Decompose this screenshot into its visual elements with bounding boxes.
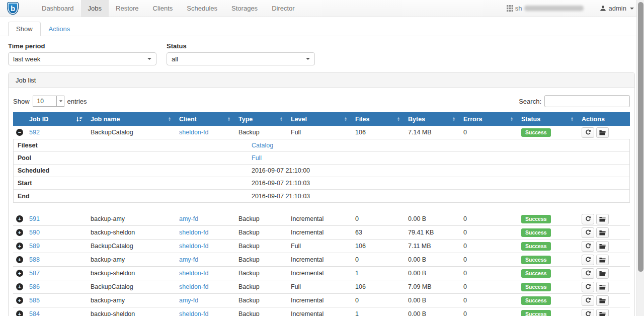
search-label: Search: (519, 98, 541, 105)
restore-job-button[interactable] (596, 255, 609, 265)
navbar-item-director[interactable]: Director (265, 0, 302, 17)
rerun-job-button[interactable] (582, 227, 594, 238)
client-link[interactable]: amy-fd (179, 215, 198, 222)
client-link[interactable]: sheldon-fd (179, 243, 208, 250)
column-header-type[interactable]: Type▲▼ (234, 112, 287, 126)
navbar-item-storages[interactable]: Storages (224, 0, 265, 17)
column-header-status[interactable]: Status▲▼ (517, 112, 578, 126)
restore-job-button[interactable] (596, 214, 609, 224)
rerun-job-button[interactable] (582, 295, 594, 306)
brand[interactable]: b (0, 0, 26, 17)
restore-job-button[interactable] (596, 268, 609, 279)
errors-cell: 0 (459, 229, 517, 236)
scrollbar-thumb[interactable] (638, 2, 643, 272)
rerun-job-button[interactable] (582, 255, 594, 265)
detail-label: End (14, 193, 248, 200)
search-input[interactable] (544, 95, 630, 107)
navbar-item-clients[interactable]: Clients (146, 0, 180, 17)
sort-icon: ▲▼ (449, 117, 455, 122)
column-header[interactable] (13, 112, 25, 126)
expand-toggle-button[interactable]: + (16, 297, 23, 304)
bytes-cell: 79.41 KB (404, 229, 459, 236)
sort-icon: ▲▼ (224, 117, 230, 122)
rerun-job-button[interactable] (582, 241, 594, 252)
actions-cell (578, 227, 630, 238)
user-icon (600, 5, 606, 12)
column-header-actions[interactable]: Actions (578, 112, 630, 126)
restore-job-button[interactable] (596, 295, 609, 306)
pool-link[interactable]: Full (252, 154, 262, 162)
expand-toggle-button[interactable]: + (16, 283, 23, 290)
column-header-errors[interactable]: Errors▲▼ (459, 112, 517, 126)
rerun-job-button[interactable] (582, 127, 594, 138)
entries-per-page-select[interactable]: 10 (33, 96, 64, 107)
job-id-link[interactable]: 590 (29, 229, 40, 236)
column-header-job-name[interactable]: Job name▲▼ (87, 112, 175, 126)
navbar-item-jobs[interactable]: Jobs (81, 0, 109, 17)
bareos-logo-icon: b (7, 2, 19, 15)
job-id-link[interactable]: 588 (29, 256, 40, 263)
rerun-job-button[interactable] (582, 282, 594, 292)
client-link[interactable]: sheldon-fd (179, 129, 208, 136)
level-cell: Incremental (287, 270, 351, 277)
errors-cell: 0 (459, 310, 517, 316)
status-select[interactable]: all (167, 52, 315, 65)
expand-toggle-button[interactable]: − (16, 129, 23, 136)
restore-job-button[interactable] (596, 309, 609, 316)
column-header-files[interactable]: Files▲▼ (351, 112, 404, 126)
expand-toggle-button[interactable]: + (16, 256, 23, 263)
user-menu[interactable]: admin (600, 5, 634, 12)
vertical-scrollbar[interactable] (636, 0, 644, 316)
restore-job-button[interactable] (596, 241, 609, 252)
client-link[interactable]: sheldon-fd (179, 270, 208, 277)
expand-toggle-button[interactable]: + (16, 243, 23, 250)
expand-toggle-button[interactable]: + (16, 270, 23, 277)
files-cell: 63 (351, 229, 404, 236)
navbar-item-schedules[interactable]: Schedules (180, 0, 224, 17)
job-id-link[interactable]: 592 (29, 129, 40, 136)
rerun-job-button[interactable] (582, 309, 594, 316)
job-row: + 588 backup-amy amy-fd Backup Increment… (13, 253, 630, 267)
sort-icon: ▲▼ (394, 117, 400, 122)
navbar-item-dashboard[interactable]: Dashboard (35, 0, 81, 17)
client-link[interactable]: sheldon-fd (179, 310, 208, 316)
page: b DashboardJobsRestoreClientsSchedulesSt… (0, 0, 644, 316)
rerun-job-button[interactable] (582, 268, 594, 279)
client-link[interactable]: sheldon-fd (179, 229, 208, 236)
job-id-link[interactable]: 591 (29, 215, 40, 222)
job-id-link[interactable]: 584 (29, 310, 40, 316)
entries-value: 10 (33, 96, 56, 106)
time-period-select[interactable]: last week (8, 52, 156, 65)
restore-job-button[interactable] (596, 127, 609, 138)
restore-job-button[interactable] (596, 227, 609, 238)
expand-toggle-button[interactable]: + (16, 310, 23, 316)
tab-actions[interactable]: Actions (41, 22, 78, 36)
column-header-client[interactable]: Client▲▼ (175, 112, 234, 126)
tab-bar: ShowActions (0, 21, 636, 36)
chevron-down-icon (306, 58, 310, 60)
client-link[interactable]: sheldon-fd (179, 283, 208, 290)
client-link[interactable]: amy-fd (179, 256, 198, 263)
navbar-menu: DashboardJobsRestoreClientsSchedulesStor… (35, 0, 302, 17)
expand-toggle-button[interactable]: + (16, 215, 23, 222)
restore-job-button[interactable] (596, 282, 609, 292)
client-link[interactable]: amy-fd (179, 297, 198, 304)
column-header-level[interactable]: Level▲▼ (287, 112, 351, 126)
tab-show[interactable]: Show (8, 22, 41, 36)
job-id-link[interactable]: 589 (29, 243, 40, 250)
actions-cell (578, 241, 630, 252)
status-badge: Success (521, 283, 551, 291)
navbar-item-restore[interactable]: Restore (109, 0, 146, 17)
errors-cell: 0 (459, 215, 517, 222)
job-id-link[interactable]: 585 (29, 297, 40, 304)
rerun-job-button[interactable] (582, 214, 594, 224)
expand-toggle-button[interactable]: + (16, 229, 23, 236)
fileset-link[interactable]: Catalog (252, 142, 273, 149)
detail-label: Start (14, 180, 248, 187)
job-id-link[interactable]: 586 (29, 283, 40, 290)
column-header-bytes[interactable]: Bytes▲▼ (404, 112, 459, 126)
job-id-link[interactable]: 587 (29, 270, 40, 277)
column-header-job-id[interactable]: Job ID (25, 112, 87, 126)
bytes-cell: 0.00 B (404, 215, 459, 222)
hostname-redacted (524, 6, 584, 11)
